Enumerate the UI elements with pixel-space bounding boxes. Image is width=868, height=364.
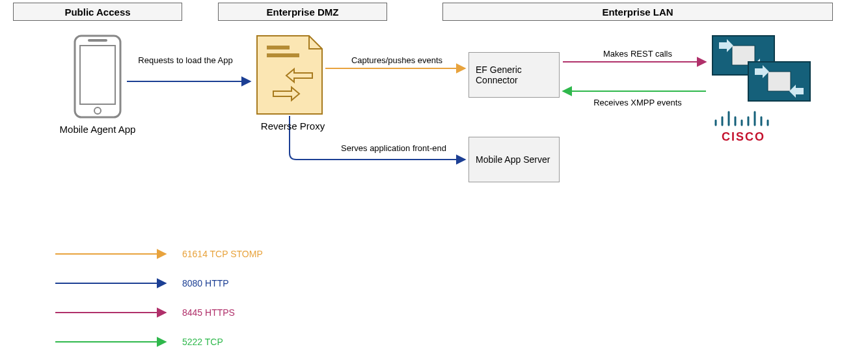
cisco-wordmark: CISCO xyxy=(712,130,774,144)
phone-icon xyxy=(75,36,120,117)
caption-requests-load-app: Requests to load the App xyxy=(137,55,234,65)
svg-rect-9 xyxy=(768,72,791,91)
cisco-routers-icon xyxy=(712,36,810,101)
diagram-svg xyxy=(0,0,868,364)
legend-text-stomp: 61614 TCP STOMP xyxy=(182,249,263,259)
svg-rect-4 xyxy=(267,46,290,49)
mobile-app-label: Mobile Agent App xyxy=(55,124,140,135)
app-server-label: Mobile App Server xyxy=(476,154,550,165)
svg-rect-1 xyxy=(80,46,115,104)
svg-rect-5 xyxy=(267,53,299,57)
reverse-proxy-label: Reverse Proxy xyxy=(257,120,329,132)
svg-rect-2 xyxy=(88,39,107,42)
reverse-proxy-icon xyxy=(257,36,322,114)
ef-connector-box: EF Generic Connector xyxy=(468,52,560,98)
cisco-logo-bars-icon xyxy=(716,112,768,125)
app-server-box: Mobile App Server xyxy=(468,137,560,182)
legend-text-tcp: 5222 TCP xyxy=(182,337,223,347)
svg-point-3 xyxy=(94,107,101,114)
ef-connector-label: EF Generic Connector xyxy=(476,64,552,85)
legend-text-http: 8080 HTTP xyxy=(182,278,229,288)
caption-makes-rest: Makes REST calls xyxy=(586,49,690,59)
caption-serves-frontend: Serves application front-end xyxy=(322,143,465,153)
caption-captures-pushes: Captures/pushes events xyxy=(338,55,455,65)
svg-rect-0 xyxy=(75,36,120,117)
caption-receives-xmpp: Receives XMPP events xyxy=(576,98,699,107)
legend-text-https: 8445 HTTPS xyxy=(182,307,235,318)
diagram-stage: Public Access Enterprise DMZ Enterprise … xyxy=(0,0,868,364)
